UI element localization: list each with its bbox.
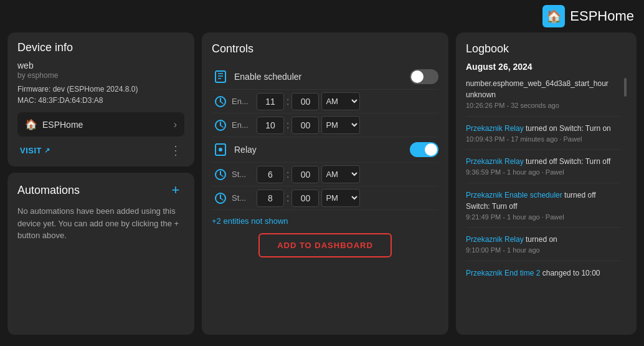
log-time-0: 10:26:26 PM - 32 seconds ago: [466, 100, 622, 111]
device-name: web: [17, 60, 184, 70]
ampm-select-3[interactable]: AMPM: [321, 189, 360, 207]
svg-line-17: [220, 198, 223, 200]
relay-toggle-knob: [425, 143, 437, 156]
time-icon-2: [212, 166, 229, 183]
esphome-link-label: ESPHome: [42, 120, 83, 130]
esphome-logo: 🏠 ESPHome: [542, 5, 634, 27]
hour-input-0[interactable]: [257, 93, 284, 110]
svg-line-6: [220, 102, 223, 103]
more-button[interactable]: ⋮: [169, 143, 182, 158]
relay-label: Relay: [234, 145, 405, 155]
log-main-0: number.esphome_web_64d3a8_start_hour unk…: [466, 78, 622, 100]
esphome-link-icon: 🏠: [25, 118, 37, 130]
time-row-1: En... : AMPM: [212, 113, 438, 137]
main-layout: Device info web by esphome Firmware: dev…: [0, 32, 644, 342]
logo-icon: 🏠: [542, 5, 565, 27]
enable-scheduler-label: Enable scheduler: [234, 72, 405, 82]
svg-line-14: [220, 175, 223, 176]
scheduler-icon: [212, 68, 229, 85]
log-link-1[interactable]: Przekaznik Relay: [466, 124, 524, 133]
time-row-0: En... : AMPM: [212, 90, 438, 113]
svg-rect-0: [215, 71, 225, 82]
relay-row: Relay: [212, 137, 438, 163]
log-entry-1: Przekaznik Relay turned on Switch: Turn …: [466, 123, 622, 150]
time-row-2: St... : AMPM: [212, 163, 438, 186]
log-main-4: Przekaznik Relay turned on: [466, 234, 622, 245]
log-text-0: number.esphome_web_64d3a8_start_hour: [466, 79, 608, 88]
logbook-entries: number.esphome_web_64d3a8_start_hour unk…: [466, 78, 622, 284]
time-icon-0: [212, 93, 229, 110]
time-label-1: En...: [232, 120, 254, 130]
device-mac: MAC: 48:3F:DA:64:D3:A8: [17, 96, 184, 105]
ampm-select-1[interactable]: AMPM: [321, 116, 360, 134]
time-icon-1: [212, 117, 229, 134]
log-entry-4: Przekaznik Relay turned on 9:10:00 PM - …: [466, 234, 622, 261]
logbook-title: Logbook: [466, 42, 627, 55]
visit-button[interactable]: VISIT ↗: [20, 146, 50, 155]
left-column: Device info web by esphome Firmware: dev…: [7, 32, 194, 335]
log-time-1: 10:09:43 PM - 17 minutes ago · Pawel: [466, 134, 622, 145]
visit-label: VISIT: [20, 146, 42, 155]
log-time-4: 9:10:00 PM - 1 hour ago: [466, 245, 622, 256]
log-main-2: Przekaznik Relay turned off Switch: Turn…: [466, 156, 622, 167]
minute-input-3[interactable]: [291, 190, 319, 207]
hour-input-3[interactable]: [257, 190, 284, 207]
external-link-icon: ↗: [44, 147, 50, 155]
time-label-3: St...: [232, 193, 254, 203]
add-to-dashboard-button[interactable]: ADD TO DASHBOARD: [258, 233, 392, 257]
minute-input-1[interactable]: [291, 117, 319, 134]
time-row-3: St... : AMPM: [212, 186, 438, 210]
hour-input-2[interactable]: [257, 166, 284, 183]
svg-line-9: [220, 125, 223, 127]
logbook-date: August 26, 2024: [466, 62, 627, 72]
log-main-5: Przekaznik End time 2 changed to 10:00: [466, 267, 622, 279]
device-firmware: Firmware: dev (ESPHome 2024.8.0): [17, 85, 184, 94]
log-time-3: 9:21:49 PM - 1 hour ago · Pawel: [466, 212, 622, 223]
ampm-select-0[interactable]: AMPM: [321, 92, 360, 110]
log-link-4[interactable]: Przekaznik Relay: [466, 235, 524, 244]
log-entry-3: Przekaznik Enable scheduler turned offSw…: [466, 190, 622, 228]
log-detail-0: unknown: [466, 90, 496, 99]
log-entry-5: Przekaznik End time 2 changed to 10:00: [466, 267, 622, 284]
scrollbar[interactable]: [624, 78, 627, 97]
automations-panel: Automations + No automations have been a…: [7, 173, 194, 335]
time-label-0: En...: [232, 97, 254, 106]
header: 🏠 ESPHome: [0, 0, 644, 32]
automations-title: Automations: [17, 184, 80, 197]
relay-toggle[interactable]: [410, 142, 438, 157]
toggle-knob: [411, 70, 424, 83]
log-link-5[interactable]: Przekaznik End time 2: [466, 269, 540, 277]
more-entities-link[interactable]: +2 entities not shown: [212, 216, 438, 226]
esphome-integration-link[interactable]: 🏠 ESPHome ›: [17, 112, 184, 137]
controls-title: Controls: [212, 42, 438, 55]
minute-input-2[interactable]: [291, 166, 319, 183]
log-link-2[interactable]: Przekaznik Relay: [466, 157, 524, 166]
hour-input-1[interactable]: [257, 117, 284, 134]
log-entry-0: number.esphome_web_64d3a8_start_hour unk…: [466, 78, 622, 117]
log-time-2: 9:36:59 PM - 1 hour ago · Pawel: [466, 167, 622, 178]
time-label-2: St...: [232, 170, 254, 179]
enable-scheduler-toggle[interactable]: [410, 69, 438, 84]
device-info-title: Device info: [17, 41, 184, 54]
svg-point-11: [219, 148, 222, 151]
logbook-panel: Logbook August 26, 2024 number.esphome_w…: [456, 32, 637, 335]
relay-icon: [212, 141, 229, 158]
chevron-right-icon: ›: [174, 119, 177, 130]
enable-scheduler-row: Enable scheduler: [212, 64, 438, 90]
time-icon-3: [212, 190, 229, 207]
automations-empty-text: No automations have been added using thi…: [17, 205, 184, 242]
minute-input-0[interactable]: [291, 93, 319, 110]
log-main-3: Przekaznik Enable scheduler turned offSw…: [466, 190, 622, 212]
add-automation-button[interactable]: +: [167, 181, 184, 199]
device-info-panel: Device info web by esphome Firmware: dev…: [7, 32, 194, 166]
logo-text: ESPHome: [570, 8, 634, 24]
log-link-3[interactable]: Przekaznik Enable scheduler: [466, 191, 562, 199]
log-entry-2: Przekaznik Relay turned off Switch: Turn…: [466, 156, 622, 183]
log-main-1: Przekaznik Relay turned on Switch: Turn …: [466, 123, 622, 134]
visit-row: VISIT ↗ ⋮: [17, 137, 184, 158]
automations-header: Automations +: [17, 181, 184, 199]
ampm-select-2[interactable]: AMPM: [321, 165, 360, 183]
controls-panel: Controls Enable scheduler En... : AMPM: [202, 32, 448, 335]
device-by: by esphome: [17, 71, 184, 80]
